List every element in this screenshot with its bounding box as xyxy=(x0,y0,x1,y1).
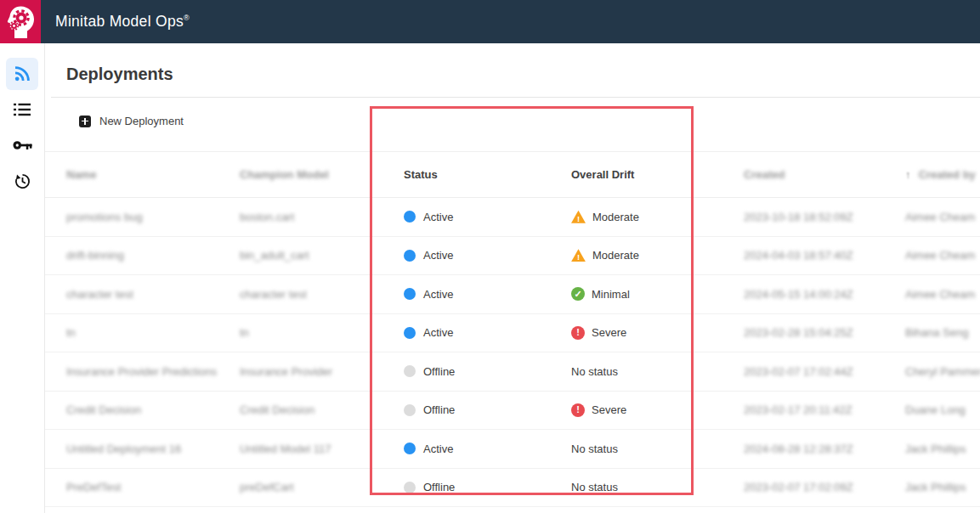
status-dot-icon xyxy=(404,365,416,377)
status-dot-icon xyxy=(404,404,416,416)
drift-label: Minimal xyxy=(592,288,630,301)
champion-model: character test xyxy=(240,288,404,301)
drift-icon xyxy=(571,211,586,223)
drift-label: No status xyxy=(571,365,618,378)
deployment-name: tn xyxy=(66,326,240,339)
created-by: Jack Phillips xyxy=(905,481,980,493)
drift-icon xyxy=(571,249,586,262)
sidebar-item-history[interactable] xyxy=(6,165,38,197)
sidebar-item-deployments[interactable] xyxy=(6,58,38,90)
deployments-table: Name Champion Model Status Overall Drift… xyxy=(45,151,980,507)
deployment-name: Untitled Deployment 16 xyxy=(66,443,240,455)
drift-label: Severe xyxy=(592,403,626,416)
column-header-created-by[interactable]: ↑ Created by xyxy=(905,168,980,181)
champion-model: preDefCart xyxy=(240,481,404,493)
status-cell: Active xyxy=(404,443,571,455)
created-date: 2024-08-28 12:28:37Z xyxy=(744,443,905,455)
created-by: Aimee Cheam xyxy=(905,249,980,262)
rss-icon xyxy=(14,65,31,82)
sidebar xyxy=(0,43,45,513)
created-date: 2023-10-18 18:52:09Z xyxy=(744,211,905,223)
status-label: Active xyxy=(423,326,453,339)
table-row[interactable]: drift-binning bin_adult_cart Active Mode… xyxy=(45,237,980,276)
drift-icon xyxy=(571,287,585,301)
drift-label: No status xyxy=(571,481,618,493)
sidebar-item-list[interactable] xyxy=(6,93,38,126)
table-row[interactable]: Credit Decision Credit Decision Offline … xyxy=(45,392,980,431)
minitab-logo-icon[interactable] xyxy=(0,0,41,43)
main-content: Deployments New Deployment Name Champion… xyxy=(45,43,980,513)
status-dot-icon xyxy=(404,211,416,223)
new-deployment-label: New Deployment xyxy=(99,115,184,127)
deployment-name: drift-binning xyxy=(66,249,240,262)
table-row[interactable]: PreDefTest preDefCart Offline No status … xyxy=(45,469,980,508)
created-by: Bihana Seng xyxy=(905,326,980,339)
champion-model: boston.cart xyxy=(240,211,404,223)
deployment-name: promotions bug xyxy=(66,211,240,223)
table-row[interactable]: Untitled Deployment 16 Untitled Model 11… xyxy=(45,430,980,469)
status-cell: Offline xyxy=(404,403,571,416)
drift-cell: Moderate xyxy=(571,211,744,223)
deployment-name: Credit Decision xyxy=(66,403,240,416)
status-label: Active xyxy=(423,249,453,262)
top-navbar: Minitab Model Ops® xyxy=(0,0,980,43)
table-body: promotions bug boston.cart Active Modera… xyxy=(45,198,980,507)
sidebar-item-api-keys[interactable] xyxy=(6,129,38,161)
created-by: Aimee Cheam xyxy=(905,211,980,223)
champion-model: Credit Decision xyxy=(240,403,404,416)
status-cell: Offline xyxy=(404,365,571,378)
drift-label: Severe xyxy=(592,326,626,339)
drift-cell: Severe xyxy=(571,326,744,340)
column-header-created[interactable]: Created xyxy=(744,168,905,181)
table-header-row: Name Champion Model Status Overall Drift… xyxy=(45,152,980,198)
created-date: 2024-05-15 14:00:24Z xyxy=(744,288,905,301)
drift-cell: Moderate xyxy=(571,249,744,262)
drift-cell: Severe xyxy=(571,403,744,417)
status-dot-icon xyxy=(404,250,416,262)
status-label: Active xyxy=(423,288,453,301)
created-date: 2024-04-03 18:57:40Z xyxy=(744,249,905,262)
list-icon xyxy=(14,103,31,116)
deployment-name: character test xyxy=(66,288,240,301)
created-by: Jack Phillips xyxy=(905,443,980,455)
column-header-overall-drift[interactable]: Overall Drift xyxy=(571,168,744,181)
column-header-status[interactable]: Status xyxy=(404,168,571,181)
created-by-header-label: Created by xyxy=(919,168,976,181)
table-row[interactable]: Insurance Provider Predictions Insurance… xyxy=(45,352,980,392)
created-by: Cheryl Pammer xyxy=(905,365,980,378)
column-header-champion-model[interactable]: Champion Model xyxy=(240,168,404,181)
title-divider xyxy=(51,97,980,98)
status-dot-icon xyxy=(404,482,416,493)
drift-cell: No status xyxy=(571,365,744,378)
status-label: Active xyxy=(423,443,453,455)
status-dot-icon xyxy=(404,443,416,454)
status-dot-icon xyxy=(404,327,416,339)
app-title: Minitab Model Ops® xyxy=(55,13,190,31)
new-deployment-button[interactable]: New Deployment xyxy=(79,115,184,127)
champion-model: tn xyxy=(240,326,404,339)
drift-cell: Minimal xyxy=(571,287,744,301)
status-label: Offline xyxy=(423,365,455,378)
status-dot-icon xyxy=(404,288,416,300)
deployment-name: PreDefTest xyxy=(66,481,240,493)
table-row[interactable]: promotions bug boston.cart Active Modera… xyxy=(45,198,980,237)
champion-model: bin_adult_cart xyxy=(240,249,404,262)
created-date: 2023-02-17 20:11:42Z xyxy=(744,403,905,416)
created-by: Duane Long xyxy=(905,403,980,416)
history-clock-icon xyxy=(14,172,31,190)
page-title: Deployments xyxy=(66,65,173,84)
drift-label: No status xyxy=(571,443,618,455)
created-date: 2023-02-07 17:02:44Z xyxy=(744,365,905,378)
status-cell: Offline xyxy=(404,481,571,493)
registered-trademark: ® xyxy=(184,14,190,22)
table-row[interactable]: tn tn Active Severe 2023-02-28 15:04:25Z… xyxy=(45,314,980,353)
champion-model: Untitled Model 117 xyxy=(240,443,404,455)
drift-label: Moderate xyxy=(592,211,639,223)
status-label: Offline xyxy=(423,403,455,416)
table-row[interactable]: character test character test Active Min… xyxy=(45,275,980,314)
drift-icon xyxy=(571,403,585,417)
sort-ascending-icon: ↑ xyxy=(905,169,910,181)
drift-icon xyxy=(571,326,585,340)
status-label: Offline xyxy=(423,481,455,493)
column-header-name[interactable]: Name xyxy=(66,168,240,181)
